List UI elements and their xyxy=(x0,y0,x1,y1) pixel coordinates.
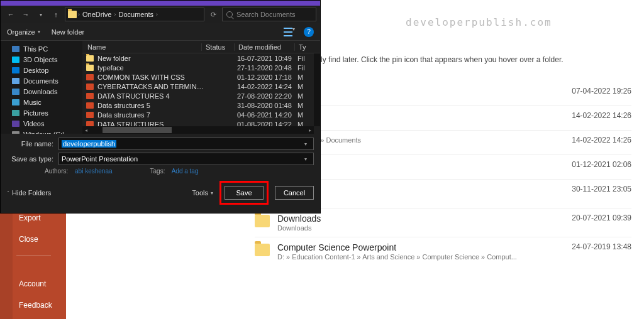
search-input[interactable]: Search Documents xyxy=(222,8,316,21)
new-folder-button[interactable]: New folder xyxy=(52,28,85,36)
file-name: Data structures 7 xyxy=(97,111,204,119)
file-date: 04-06-2021 14:20 xyxy=(237,111,297,119)
search-placeholder: Search Documents xyxy=(236,11,296,18)
col-status[interactable]: Status xyxy=(202,43,235,51)
file-name: New folder xyxy=(97,55,204,62)
organize-menu[interactable]: Organize ▾ xyxy=(7,28,40,36)
tree-label: Videos xyxy=(23,120,44,127)
tree-icon xyxy=(12,67,19,73)
dialog-titlebar[interactable] xyxy=(1,1,320,6)
nav-back-button[interactable]: ← xyxy=(4,8,17,21)
authors-label: Authors: xyxy=(45,168,68,175)
tree-item[interactable]: Pictures xyxy=(1,107,82,118)
powerpoint-file-icon xyxy=(86,74,94,80)
tags-value: Add a tag xyxy=(172,168,199,175)
crumb-onedrive[interactable]: OneDrive xyxy=(81,11,113,18)
filename-history-dropdown[interactable]: ▾ xyxy=(301,141,311,147)
file-name: typeface xyxy=(97,64,204,72)
file-row[interactable]: Data structures 704-06-2021 14:20M xyxy=(82,110,320,119)
tree-icon xyxy=(12,57,19,63)
file-row[interactable]: typeface27-11-2020 20:48Fil xyxy=(82,63,320,72)
file-date: 14-02-2022 14:24 xyxy=(237,83,297,90)
dialog-body: This PC3D ObjectsDesktopDocumentsDownloa… xyxy=(1,41,320,134)
recent-folder-row[interactable]: Computer Science PowerpointD: » Educatio… xyxy=(255,237,631,266)
chevron-down-icon: ▾ xyxy=(211,190,213,196)
file-row[interactable]: DATA STRUCTURES 427-08-2020 22:20M xyxy=(82,91,320,100)
tree-item[interactable]: Windows (C:) xyxy=(1,129,82,134)
chevron-down-icon: ▾ xyxy=(301,156,311,162)
horizontal-scrollbar[interactable]: ◂ ▸ xyxy=(82,126,314,134)
cancel-button[interactable]: Cancel xyxy=(275,186,314,200)
tools-menu[interactable]: Tools ▾ xyxy=(192,189,213,197)
file-name: COMMON TASK WITH CSS xyxy=(97,73,204,81)
chevron-down-icon: ▾ xyxy=(292,26,295,38)
hide-folders-toggle[interactable]: ˄ Hide Folders xyxy=(7,189,51,197)
powerpoint-file-icon xyxy=(86,93,94,99)
help-button[interactable]: ? xyxy=(304,27,314,37)
file-list-pane: Name Status Date modified Ty New folder1… xyxy=(82,41,320,134)
nav-forward-button[interactable]: → xyxy=(19,8,32,21)
tree-item[interactable]: Downloads xyxy=(1,86,82,97)
authors-field[interactable]: Authors: abi keshenaa xyxy=(45,168,113,175)
hide-folders-label: Hide Folders xyxy=(12,189,51,197)
scroll-left-icon[interactable]: ◂ xyxy=(82,126,90,134)
organize-label: Organize xyxy=(7,28,35,36)
col-type[interactable]: Ty xyxy=(295,43,320,51)
tree-item[interactable]: This PC xyxy=(1,43,82,54)
folder-icon xyxy=(255,244,270,256)
nav-up-button[interactable]: ↑ xyxy=(50,8,62,21)
powerpoint-file-icon xyxy=(86,112,94,118)
file-date: 27-08-2020 22:20 xyxy=(237,92,297,100)
tree-icon xyxy=(12,121,19,127)
authors-value: abi keshenaa xyxy=(75,168,113,175)
tree-label: Documents xyxy=(23,77,58,85)
tree-icon xyxy=(12,131,19,134)
tree-item[interactable]: 3D Objects xyxy=(1,54,82,65)
crumb-documents[interactable]: Documents xyxy=(117,11,155,18)
file-row[interactable]: COMMON TASK WITH CSS01-12-2020 17:18M xyxy=(82,72,320,82)
tree-label: Music xyxy=(23,99,42,106)
chevron-up-icon: ˄ xyxy=(7,190,9,196)
view-options-button[interactable]: ▾ xyxy=(284,26,297,38)
tree-item[interactable]: Documents xyxy=(1,75,82,86)
tools-label: Tools xyxy=(192,189,208,197)
recent-folder-path: Downloads xyxy=(277,224,550,232)
file-name: DATA STRUCTURES 4 xyxy=(97,92,204,100)
tree-label: 3D Objects xyxy=(23,56,57,63)
breadcrumb[interactable]: › OneDrive › Documents › xyxy=(65,8,204,21)
sidebar-divider xyxy=(16,255,51,256)
folder-icon xyxy=(68,11,77,18)
refresh-button[interactable]: ⟳ xyxy=(207,8,219,21)
file-row[interactable]: Data structures 531-08-2020 01:48M xyxy=(82,100,320,110)
file-name-input[interactable]: developerpublish ▾ xyxy=(58,138,314,150)
tree-icon xyxy=(12,89,19,95)
tree-icon xyxy=(12,78,19,84)
col-date[interactable]: Date modified xyxy=(235,43,295,51)
scroll-right-icon[interactable]: ▸ xyxy=(306,126,314,134)
tree-item[interactable]: Music xyxy=(1,97,82,107)
nav-tree: This PC3D ObjectsDesktopDocumentsDownloa… xyxy=(1,41,82,134)
chevron-right-icon: › xyxy=(78,11,80,18)
dialog-fields: File name: developerpublish ▾ Save as ty… xyxy=(1,134,320,176)
powerpoint-file-icon xyxy=(86,102,94,109)
save-button[interactable]: Save xyxy=(225,186,264,200)
file-date: 31-08-2020 01:48 xyxy=(237,102,297,109)
save-type-dropdown[interactable]: PowerPoint Presentation ▾ xyxy=(58,153,314,165)
save-as-dialog: ← → ▾ ↑ › OneDrive › Documents › ⟳ Searc… xyxy=(0,0,321,214)
file-row[interactable]: New folder16-07-2021 10:49Fil xyxy=(82,53,320,63)
tree-label: Downloads xyxy=(23,88,57,95)
watermark-text: developerpublish.com xyxy=(406,16,552,28)
vertical-scrollbar[interactable] xyxy=(314,53,320,126)
tags-field[interactable]: Tags: Add a tag xyxy=(150,168,199,175)
file-row[interactable]: CYBERATTACKS AND TERMINOLOGIES O...14-02… xyxy=(82,82,320,91)
scrollbar-thumb[interactable] xyxy=(103,127,172,133)
tree-label: Pictures xyxy=(23,109,48,117)
col-name[interactable]: Name xyxy=(82,43,202,51)
recent-folder-path: D: » Education Content-1 » Arts and Scie… xyxy=(277,253,550,261)
tree-item[interactable]: Desktop xyxy=(1,65,82,75)
nav-recent-dropdown[interactable]: ▾ xyxy=(35,8,47,21)
tree-item[interactable]: Videos xyxy=(1,118,82,129)
recent-folder-date: 20-07-2021 09:39 xyxy=(550,214,631,222)
tree-label: Desktop xyxy=(23,67,48,74)
file-name: CYBERATTACKS AND TERMINOLOGIES O... xyxy=(97,83,204,90)
